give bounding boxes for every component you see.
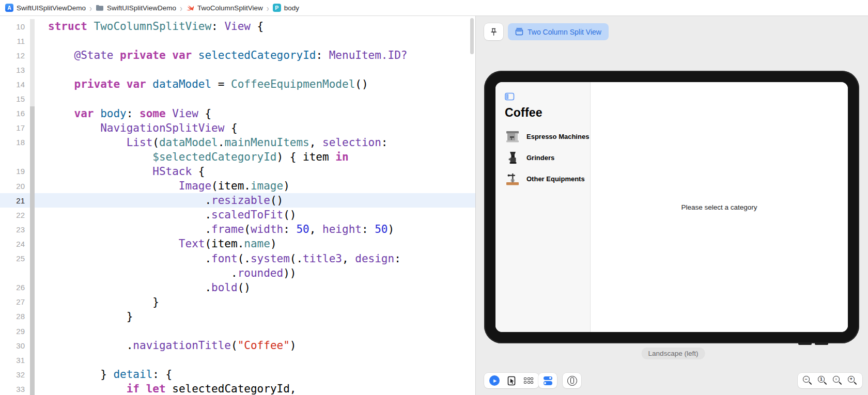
code-line[interactable]: $selectedCategoryId) { item in [0,150,475,164]
code-line[interactable]: 22.scaledToFit() [0,208,475,222]
code-line[interactable]: 12@State private var selectedCategoryId:… [0,48,475,62]
line-number[interactable]: 12 [0,51,30,60]
selectable-preview-button[interactable] [506,375,517,386]
code-line[interactable]: 27} [0,295,475,309]
device-settings-button[interactable] [542,375,553,386]
line-number[interactable]: 32 [0,370,30,379]
zoom-in-button[interactable]: + [847,375,858,386]
code-text: struct TwoColumnSplitView: View { [35,19,264,34]
scope-ribbon [30,280,35,295]
code-text: } detail: { [35,367,172,382]
line-number[interactable]: 17 [0,123,30,132]
scope-ribbon [30,222,35,236]
line-number[interactable]: 29 [0,327,30,336]
code-line[interactable]: 11 [0,34,475,48]
device-screen: Coffee [495,82,848,332]
live-preview-button[interactable]: ▶ [489,375,500,386]
scope-ribbon [30,77,35,91]
scope-ribbon [30,236,35,251]
breadcrumb-item-project[interactable]: A SwiftUISplitViewDemo [5,4,86,12]
line-number[interactable]: 24 [0,240,30,248]
scope-ribbon [30,353,35,367]
code-line[interactable]: 30.navigationTitle("Coffee") [0,338,475,353]
scope-ribbon [30,91,35,106]
code-line[interactable]: 28} [0,309,475,324]
line-number[interactable]: 20 [0,182,30,191]
sidebar-pane: Coffee [495,82,591,332]
code-line[interactable]: 32} detail: { [0,367,475,382]
code-line[interactable]: 20Image(item.image) [0,179,475,193]
line-number[interactable]: 11 [0,37,30,45]
pin-preview-button[interactable] [484,23,503,40]
line-number[interactable]: 18 [0,138,30,147]
code-line[interactable]: 19HStack { [0,164,475,179]
scope-ribbon [30,193,35,208]
code-text: .resizable() [35,193,283,208]
breadcrumb-item-group[interactable]: SwiftUISplitViewDemo [96,4,176,12]
breadcrumb-item-symbol[interactable]: P body [273,4,299,12]
scope-ribbon [30,208,35,222]
line-number[interactable]: 14 [0,80,30,89]
line-number[interactable]: 16 [0,109,30,118]
line-number[interactable]: 26 [0,283,30,292]
breadcrumb-label: SwiftUISplitViewDemo [107,4,176,12]
code-line[interactable]: 18List(dataModel.mainMenuItems, selectio… [0,135,475,150]
code-text: } [35,295,159,309]
play-icon: ▶ [489,375,500,386]
line-number[interactable]: 19 [0,167,30,176]
line-number[interactable]: 23 [0,225,30,234]
zoom-out-button[interactable]: − [802,375,813,386]
sidebar-toggle-icon[interactable] [505,92,515,101]
code-line[interactable]: 13 [0,62,475,77]
scope-ribbon [30,34,35,48]
property-icon: P [273,4,281,12]
scope-ribbon [30,309,35,324]
code-line[interactable]: 25.font(.system(.title3, design: [0,251,475,266]
code-line[interactable]: 21.resizable() [0,193,475,208]
list-item-other-equipments[interactable]: Other Equipments [505,168,590,189]
code-line[interactable]: 29 [0,324,475,338]
zoom-out-icon: − [803,376,810,383]
line-number[interactable]: 21 [0,196,30,205]
scope-ribbon [30,19,35,34]
code-line[interactable]: 10struct TwoColumnSplitView: View { [0,19,475,34]
code-line[interactable]: 26.bold() [0,280,475,295]
code-line[interactable]: 15 [0,91,475,106]
scope-ribbon [30,62,35,77]
breadcrumb-item-file[interactable]: TwoColumnSplitView [186,4,263,12]
line-number[interactable]: 25 [0,254,30,263]
list-item-espresso-machines[interactable]: Espresso Machines [505,126,590,147]
code-editor[interactable]: 10struct TwoColumnSplitView: View {1112@… [0,16,476,395]
code-line[interactable]: 17NavigationSplitView { [0,121,475,135]
line-number[interactable]: 10 [0,22,30,31]
code-text: private var dataModel = CoffeeEquipmenMo… [35,77,368,91]
line-number[interactable]: 13 [0,66,30,74]
code-line[interactable]: 14private var dataModel = CoffeeEquipmen… [0,77,475,91]
code-line[interactable]: 24Text(item.name) [0,236,475,251]
zoom-actual-size-button[interactable]: 1 [817,375,828,386]
scope-ribbon [30,150,35,164]
line-number[interactable]: 27 [0,297,30,306]
code-line[interactable]: .rounded)) [0,266,475,280]
line-number[interactable]: 28 [0,312,30,321]
code-text: .font(.system(.title3, design: [35,251,401,266]
editor-scrollbar[interactable] [470,18,474,54]
zoom-to-fit-button[interactable]: ▫ [832,375,843,386]
scope-ribbon [30,164,35,179]
line-number[interactable]: 15 [0,94,30,103]
code-line[interactable]: 33if let selectedCategoryId, [0,382,475,395]
list-item-grinders[interactable]: Grinders [505,147,590,168]
code-line[interactable]: 31 [0,353,475,367]
line-number[interactable]: 30 [0,341,30,350]
line-number[interactable]: 31 [0,356,30,365]
preview-tab[interactable]: Two Column Split View [508,23,609,40]
line-number[interactable]: 33 [0,385,30,393]
device-volume-button [798,342,812,345]
code-line[interactable]: 16var body: some View { [0,106,475,121]
code-line[interactable]: 23.frame(width: 50, height: 50) [0,222,475,236]
variants-button[interactable] [523,375,534,386]
preview-on-device-button[interactable] [567,375,577,386]
line-number[interactable]: 22 [0,211,30,219]
scope-ribbon [30,106,35,121]
scope-ribbon [30,48,35,62]
